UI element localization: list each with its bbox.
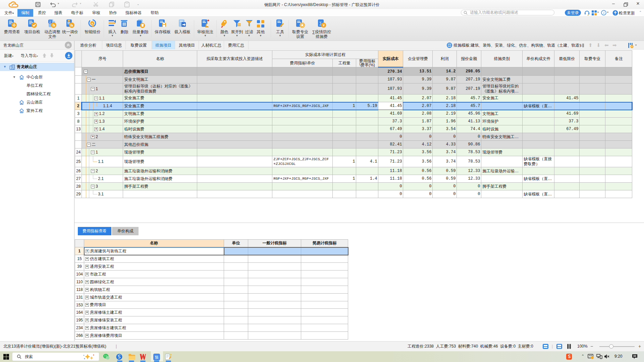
svg-text:i: i (603, 11, 604, 15)
svg-text:¥: ¥ (322, 23, 325, 27)
svg-text:¥: ¥ (91, 22, 93, 25)
svg-text:预: 预 (155, 355, 159, 359)
svg-text:定: 定 (49, 20, 52, 23)
